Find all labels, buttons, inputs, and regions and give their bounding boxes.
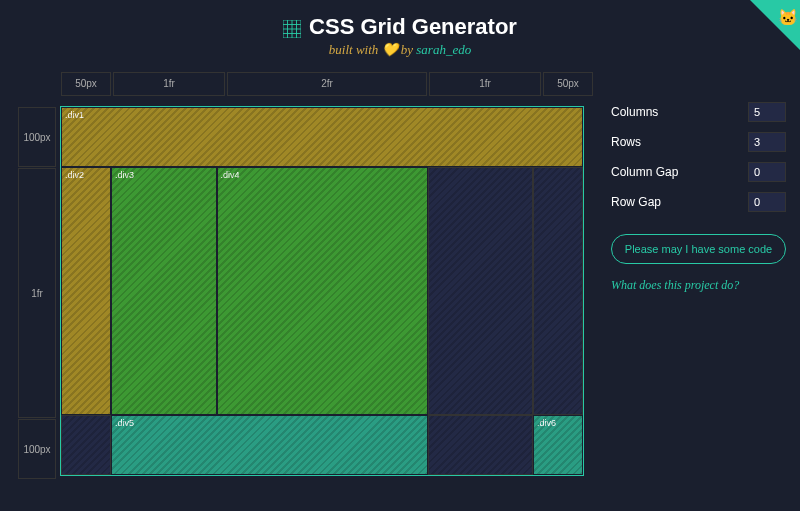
row-label-3[interactable]: 100px (18, 419, 56, 479)
generate-code-button[interactable]: Please may I have some code (611, 234, 786, 264)
rows-input[interactable] (748, 132, 786, 152)
sidebar-controls: Columns Rows Column Gap Row Gap Please m… (611, 102, 786, 293)
col-label-4[interactable]: 1fr (429, 72, 541, 96)
column-gap-input[interactable] (748, 162, 786, 182)
row-gap-label: Row Gap (611, 195, 661, 209)
header: CSS Grid Generator built with 💛 by sarah… (0, 0, 800, 64)
columns-label: Columns (611, 105, 658, 119)
grid-cell-div1[interactable]: .div1 (61, 107, 583, 167)
grid-cell-div6[interactable]: .div6 (533, 415, 583, 475)
title-text: CSS Grid Generator (309, 14, 517, 40)
row-label-2[interactable]: 1fr (18, 168, 56, 418)
row-gap-input[interactable] (748, 192, 786, 212)
column-gap-label: Column Gap (611, 165, 678, 179)
page-title: CSS Grid Generator (283, 14, 517, 40)
grid-cell-div5[interactable]: .div5 (111, 415, 428, 475)
corner-badge[interactable]: 🐱 (750, 0, 800, 50)
col-label-1[interactable]: 50px (61, 72, 111, 96)
col-label-2[interactable]: 1fr (113, 72, 225, 96)
row-labels: 100px 1fr 100px (18, 106, 56, 480)
col-label-3[interactable]: 2fr (227, 72, 427, 96)
heart-icon: 💛 (382, 42, 398, 57)
grid-icon (283, 18, 301, 36)
row-label-1[interactable]: 100px (18, 107, 56, 167)
cat-icon: 🐱 (778, 8, 798, 27)
grid-cell-div2[interactable]: .div2 (61, 167, 111, 415)
grid-cell-empty[interactable] (533, 167, 583, 415)
grid-cell-div4[interactable]: .div4 (217, 167, 428, 415)
author-link[interactable]: sarah_edo (416, 42, 471, 57)
grid-cell-div3[interactable]: .div3 (111, 167, 217, 415)
grid-cell-empty[interactable] (61, 415, 111, 475)
tagline: built with 💛 by sarah_edo (0, 42, 800, 58)
rows-label: Rows (611, 135, 641, 149)
column-labels: 50px 1fr 2fr 1fr 50px (60, 72, 594, 96)
grid-canvas[interactable]: .div1 .div2 .div3 .div4 .div5 .div6 (60, 106, 584, 476)
about-link[interactable]: What does this project do? (611, 278, 786, 293)
columns-input[interactable] (748, 102, 786, 122)
grid-cell-empty[interactable] (428, 415, 534, 475)
grid-cell-empty[interactable] (428, 167, 534, 415)
col-label-5[interactable]: 50px (543, 72, 593, 96)
